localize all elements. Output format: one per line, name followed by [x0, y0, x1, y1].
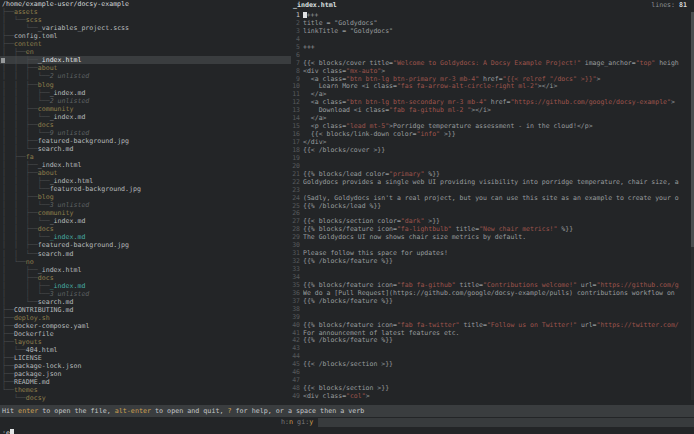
tree-branch-lines: ├── — [2, 314, 14, 322]
code-text: {{% /blocks/feature %}} — [303, 258, 689, 266]
tree-item-layouts[interactable]: ├──layouts — [0, 338, 291, 346]
code-text: Please follow this space for updates! — [303, 250, 689, 258]
code-line: 37{{% /blocks/feature %}} — [291, 298, 689, 306]
tree-item-label: assets — [14, 8, 38, 16]
tree-branch-lines: │ │ └── — [2, 145, 38, 153]
tree-item-label: about — [38, 169, 58, 177]
code-line: 34 — [291, 274, 689, 282]
code-line: 24(Sadly, Goldydocs isn't a real project… — [291, 195, 689, 203]
tree-item-docs[interactable]: │ ├──docs — [0, 274, 291, 282]
code-text — [303, 155, 689, 163]
selected-line-marker — [1, 58, 5, 64]
tree-item-community[interactable]: │ │ ├──community — [0, 105, 291, 113]
tree-item-label: _variables_project.scss — [38, 24, 129, 32]
root-path[interactable]: /home/example-user/docsy-example — [0, 0, 291, 8]
code-plain: +++ — [307, 12, 319, 19]
tree-item--index-md[interactable]: │ │ │ └──_index.md — [0, 113, 291, 121]
code-line: 38 — [291, 306, 689, 314]
tree-item-readme-md[interactable]: ├──README.md — [0, 378, 291, 386]
code-text — [303, 266, 689, 274]
code-string: "info" — [417, 131, 440, 138]
tree-item--index-html[interactable]: │ │ │ ├──_index.html — [0, 177, 291, 185]
tree-item-label: blog — [38, 193, 54, 201]
broot-terminal-window: /home/example-user/docsy-example ├──asse… — [0, 0, 694, 434]
code-line: 5+++ — [291, 44, 689, 52]
code-line: 42{{% /blocks/feature %}} — [291, 337, 689, 345]
code-line: 1+++ — [291, 12, 689, 20]
command-input[interactable]: :e — [2, 428, 14, 434]
tree-item-about[interactable]: │ │ ├──about — [0, 169, 291, 177]
code-plain: {{% /blocks/feature %}} — [303, 337, 393, 344]
code-line: 13 Download <i class="fab fa-github ml-2… — [291, 107, 689, 115]
tree-item-license[interactable]: ├──LICENSE — [0, 354, 291, 362]
tree-item-label: _index.html — [50, 177, 94, 185]
code-plain: +++ — [303, 44, 315, 51]
tree-item-featured-background-jpg[interactable]: │ │ ├──featured-background.jpg — [0, 137, 291, 145]
tree-item-content[interactable]: ├──content — [0, 40, 291, 48]
tree-item-blog[interactable]: │ │ ├──blog — [0, 81, 291, 89]
code-line: 49<div class="col"> — [291, 393, 689, 401]
code-line: 10 Learn More <i class="fas fa-arrow-alt… — [291, 83, 689, 91]
code-text — [303, 314, 689, 322]
tree-item-deploy-sh[interactable]: ├──deploy.sh — [0, 314, 291, 322]
code-line: 45{{< /blocks/section >}} — [291, 361, 689, 369]
code-plain: {{% blocks/feature icon= — [303, 282, 397, 289]
code-line: 4 — [291, 36, 689, 44]
code-line: 17</div> — [291, 139, 689, 147]
tree-branch-lines: └── — [2, 394, 26, 402]
code-plain: {{< blocks/section >}} — [303, 385, 389, 392]
code-text: <a class="btn btn-lg btn-primary mr-3 mb… — [303, 76, 689, 84]
tree-item--index-md[interactable]: │ │ │ ├──_index.md — [0, 89, 291, 97]
code-text — [303, 345, 689, 353]
tree-branch-lines: │ │ │ └── — [2, 97, 50, 105]
tree-item-featured-background-jpg[interactable]: │ │ ├──featured-background.jpg — [0, 241, 291, 249]
tree-item--index-md[interactable]: │ │ ├──_index.md — [0, 282, 291, 290]
code-line: 7{{< blocks/cover title="Welcome to Gold… — [291, 60, 689, 68]
code-plain: {{< blocks/section color= — [303, 218, 401, 225]
tree-item--index-html[interactable]: │ │ ├──_index.html — [0, 161, 291, 169]
code-plain: <div class= — [303, 393, 346, 400]
tree-item-config-toml[interactable]: ├──config.toml — [0, 32, 291, 40]
tree-item-404-html[interactable]: │ └──404.html — [0, 346, 291, 354]
tree-item-docker-compose-yaml[interactable]: ├──docker-compose.yaml — [0, 322, 291, 330]
tree-branch-lines: │ ├── — [2, 266, 38, 274]
tree-item-label: community — [38, 105, 74, 113]
code-string: "{{< relref "/docs" >}}" — [503, 76, 597, 83]
tree-item-blog[interactable]: │ │ ├──blog — [0, 193, 291, 201]
code-preview[interactable]: 1+++2title = "Goldydocs"3linkTitle = "Go… — [291, 12, 689, 402]
code-plain: Goldydocs provides a single web UI provi… — [303, 179, 679, 186]
tree-item-no[interactable]: │ └──no — [0, 258, 291, 266]
tree-item-featured-background-jpg[interactable]: │ │ │ └──featured-background.jpg — [0, 185, 291, 193]
tree-item-search-md[interactable]: │ └──search.md — [0, 298, 291, 306]
tree-item-scss[interactable]: │ └──scss — [0, 16, 291, 24]
code-text: {{< blocks/section color="dark" >}} — [303, 218, 689, 226]
code-line: 30 — [291, 242, 689, 250]
code-text: linkTitle = "Goldydocs" — [303, 28, 689, 36]
tree-item-fa[interactable]: │ ├──fa — [0, 153, 291, 161]
flag-label: gi: — [293, 418, 309, 426]
tree-item-package-lock-json[interactable]: ├──package-lock.json — [0, 362, 291, 370]
code-plain: title= — [460, 322, 487, 329]
tree-item-docsy[interactable]: └──docsy — [0, 394, 291, 402]
tree-item-assets[interactable]: ├──assets — [0, 8, 291, 16]
tree-branch-lines: │ │ ├── — [2, 169, 38, 177]
code-text: {{< blocks/link-down color="info" >}} — [303, 131, 689, 139]
code-plain: </div> — [303, 139, 326, 146]
tree-item--index-html[interactable]: │ ├──_index.html — [0, 266, 291, 274]
tree-item-docs[interactable]: │ │ ├──docs — [0, 121, 291, 129]
preview-pane[interactable]: _index.html lines: 81 1+++2title = "Gold… — [291, 0, 694, 403]
code-line: 41For announcement of latest features et… — [291, 330, 689, 338]
code-string: "fab fa-github ml-2 " — [389, 107, 471, 114]
code-text — [303, 377, 689, 385]
code-plain: > — [366, 393, 370, 400]
code-text: {{< /blocks/cover >}} — [303, 147, 689, 155]
code-line: 31Please follow this space for updates! — [291, 250, 689, 258]
code-text — [303, 52, 689, 60]
code-string: "Follow us on Twitter!" — [487, 322, 577, 329]
tree-item-contributing-md[interactable]: ├──CONTRIBUTING.md — [0, 306, 291, 314]
preview-input-strip[interactable] — [318, 418, 694, 427]
tree-item-dockerfile[interactable]: ├──Dockerfile — [0, 330, 291, 338]
tree-item-search-md[interactable]: │ │ └──search.md — [0, 145, 291, 153]
code-text — [303, 353, 689, 361]
tree-item-search-md[interactable]: │ │ └──search.md — [0, 250, 291, 258]
